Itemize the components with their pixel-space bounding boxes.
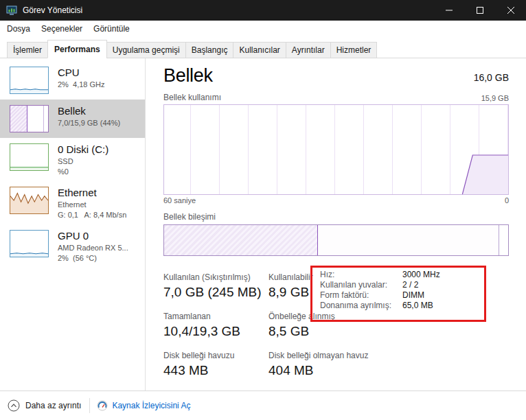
ethernet-throughput: G: 0,1 A: 8,4 Mb/sn xyxy=(58,211,126,219)
detail-hardware-reserved: Donanıma ayrılmış: 65,0 MB xyxy=(320,301,440,311)
x-axis-right-label: 0 xyxy=(505,196,509,205)
memory-capacity: 16,0 GB xyxy=(474,72,509,83)
memory-thumb-separator xyxy=(43,106,44,132)
memory-thumbnail-graph xyxy=(10,105,49,132)
memory-thumb-used-segment xyxy=(10,106,27,132)
memory-stats-section: Kullanılan (Sıkıştırılmış) 7,0 GB (245 M… xyxy=(163,272,509,390)
maximize-icon xyxy=(477,7,483,14)
status-footer: Daha az ayrıntı Kaynak İzleyicisini Aç xyxy=(0,390,526,420)
detail-slots-used: Kullanılan yuvalar: 2 / 2 xyxy=(320,280,440,290)
footer-divider xyxy=(89,398,90,413)
memory-label: Bellek xyxy=(58,105,120,117)
fewer-details-button[interactable]: Daha az ayrıntı xyxy=(8,399,81,412)
memory-composition-bar xyxy=(163,224,509,256)
tab-baslangic[interactable]: Başlangıç xyxy=(185,42,234,58)
menubar: Dosya Seçenekler Görüntüle xyxy=(0,21,526,36)
ethernet-label: Ethernet xyxy=(58,187,126,198)
x-axis-left-label: 60 saniye xyxy=(163,196,196,205)
memory-header: Bellek 16,0 GB xyxy=(163,65,509,86)
sidebar-item-memory[interactable]: Bellek 7,0/15,9 GB (44%) xyxy=(0,100,145,138)
disk-type: SSD xyxy=(58,157,108,165)
usage-graph-scale-max: 15,9 GB xyxy=(481,94,509,102)
disk-text: 0 Diski (C:) SSD %0 xyxy=(58,143,108,176)
memory-panel: Bellek 16,0 GB Bellek kullanımı 15,9 GB … xyxy=(146,58,526,390)
usage-graph-labels: Bellek kullanımı 15,9 GB xyxy=(163,93,509,102)
open-resource-monitor-link[interactable]: Kaynak İzleyicisini Aç xyxy=(97,400,190,411)
tab-kullanicilar[interactable]: Kullanıcılar xyxy=(233,42,286,58)
composition-title: Bellek bileşimi xyxy=(163,212,509,222)
composition-in-use-segment xyxy=(164,225,318,255)
disk-thumbnail-graph xyxy=(10,143,49,171)
disk-usage: %0 xyxy=(58,167,108,176)
memory-usage-graph xyxy=(163,104,509,195)
usage-graph-series xyxy=(164,105,508,194)
window-controls xyxy=(433,0,526,21)
usage-graph-title: Bellek kullanımı xyxy=(163,93,221,102)
memory-stats: 7,0/15,9 GB (44%) xyxy=(58,119,120,127)
resource-monitor-label: Kaynak İzleyicisini Aç xyxy=(112,401,190,410)
task-manager-window: Görev Yöneticisi Dosya Seçenekler Görünt… xyxy=(0,0,526,420)
gpu-stats: 2% (56 °C) xyxy=(58,254,128,262)
minimize-button[interactable] xyxy=(433,0,464,21)
window-title: Görev Yöneticisi xyxy=(23,5,433,15)
performance-content: CPU 2% 4,18 GHz Bellek 7,0/15,9 GB (44%) xyxy=(0,58,526,390)
close-icon xyxy=(507,7,514,14)
memory-text: Bellek 7,0/15,9 GB (44%) xyxy=(58,105,120,127)
resource-monitor-icon xyxy=(97,400,108,411)
menu-dosya[interactable]: Dosya xyxy=(1,22,36,36)
app-icon xyxy=(6,5,17,16)
cpu-text: CPU 2% 4,18 GHz xyxy=(58,67,104,89)
close-button[interactable] xyxy=(495,0,526,21)
sidebar-item-disk[interactable]: 0 Diski (C:) SSD %0 xyxy=(0,138,145,181)
cpu-thumbnail-graph xyxy=(10,67,49,94)
sidebar-item-gpu[interactable]: GPU 0 AMD Radeon RX 5... 2% (56 °C) xyxy=(0,224,145,268)
detail-form-factor: Form faktörü: DIMM xyxy=(320,290,440,301)
stat-non-paged-pool: Disk belleği olmayan havuz 404 MB xyxy=(268,351,368,390)
fewer-details-label: Daha az ayrıntı xyxy=(25,401,81,410)
sidebar-item-ethernet[interactable]: Ethernet Ethernet G: 0,1 A: 8,4 Mb/sn xyxy=(0,181,145,224)
stat-cached: Önbelleğe alınmış 8,5 GB xyxy=(268,312,368,351)
minimize-icon xyxy=(446,7,453,14)
stat-in-use: Kullanılan (Sıkıştırılmış) 7,0 GB (245 M… xyxy=(163,272,268,312)
cpu-label: CPU xyxy=(58,67,104,78)
gpu-thumbnail-graph xyxy=(10,230,49,257)
tab-uygulama-gecmisi[interactable]: Uygulama geçmişi xyxy=(106,42,186,58)
detail-speed: Hız: 3000 MHz xyxy=(320,270,440,280)
ethernet-text: Ethernet Ethernet G: 0,1 A: 8,4 Mb/sn xyxy=(58,187,126,219)
composition-standby-segment xyxy=(318,225,499,255)
usage-graph-axis: 60 saniye 0 xyxy=(163,196,509,205)
tab-ayrintilar[interactable]: Ayrıntılar xyxy=(286,42,331,58)
memory-hardware-details: Hız: 3000 MHz Kullanılan yuvalar: 2 / 2 … xyxy=(320,270,440,311)
tab-hizmetler[interactable]: Hizmetler xyxy=(330,42,378,58)
tab-strip: İşlemler Performans Uygulama geçmişi Baş… xyxy=(0,36,526,58)
gpu-model: AMD Radeon RX 5... xyxy=(58,244,128,252)
gpu-text: GPU 0 AMD Radeon RX 5... 2% (56 °C) xyxy=(58,230,128,262)
performance-sidebar: CPU 2% 4,18 GHz Bellek 7,0/15,9 GB (44%) xyxy=(0,58,146,390)
disk-label: 0 Diski (C:) xyxy=(58,143,108,155)
composition-free-segment xyxy=(499,225,508,255)
cpu-stats: 2% 4,18 GHz xyxy=(58,80,104,89)
ethernet-thumbnail-graph xyxy=(10,187,49,214)
sidebar-item-cpu[interactable]: CPU 2% 4,18 GHz xyxy=(0,61,145,100)
tab-islemler[interactable]: İşlemler xyxy=(7,42,48,58)
gpu-label: GPU 0 xyxy=(58,230,128,242)
stat-committed: Tamamlanan 10,4/19,3 GB xyxy=(163,312,268,351)
menu-goruntule[interactable]: Görüntüle xyxy=(88,22,135,36)
maximize-button[interactable] xyxy=(464,0,495,21)
tab-performans[interactable]: Performans xyxy=(47,40,107,58)
stat-paged-pool: Disk belleği havuzu 443 MB xyxy=(163,351,268,390)
menu-secenekler[interactable]: Seçenekler xyxy=(36,22,88,36)
page-title: Bellek xyxy=(163,65,213,86)
ethernet-adapter: Ethernet xyxy=(58,200,126,209)
titlebar: Görev Yöneticisi xyxy=(0,0,526,21)
chevron-up-circle-icon xyxy=(8,399,20,412)
